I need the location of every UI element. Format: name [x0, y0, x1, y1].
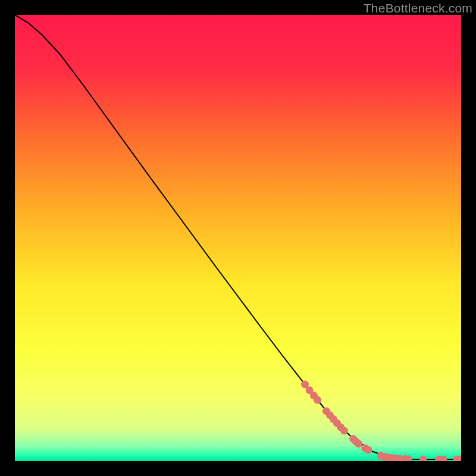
data-marker — [340, 427, 348, 435]
watermark-text: TheBottleneck.com — [364, 1, 472, 15]
data-marker — [355, 440, 362, 447]
chart-svg — [15, 15, 461, 461]
chart-frame: TheBottleneck.com — [0, 0, 476, 476]
data-marker — [314, 396, 321, 404]
data-marker — [365, 446, 372, 454]
gradient-background — [15, 15, 461, 461]
plot-area — [15, 15, 461, 461]
